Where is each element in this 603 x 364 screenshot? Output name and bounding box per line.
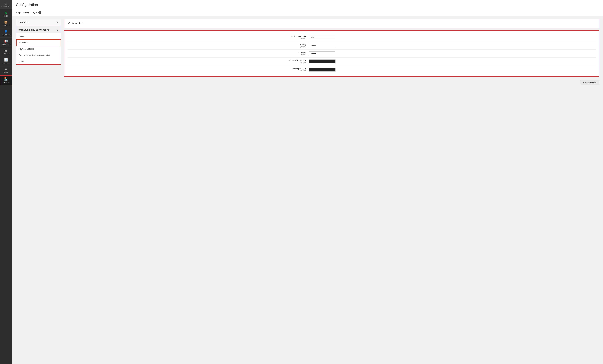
config-label-testing-api-url: Testing API URL [website] — [68, 68, 309, 72]
nav-item-debug[interactable]: Debug — [16, 58, 61, 64]
worldline-section-header[interactable]: WORLDLINE ONLINE PAYMENTS ∧ — [16, 26, 61, 33]
worldline-nav-items: General Connection Payment Methods Dynam… — [16, 33, 61, 64]
page-header: Configuration — [12, 0, 603, 9]
merchant-id-input[interactable] — [309, 59, 336, 63]
sidebar-item-sales[interactable]: 💲 SALES — [0, 9, 12, 19]
sidebar-item-label: CUSTOMERS — [1, 34, 11, 36]
config-value-api-secret — [309, 51, 596, 55]
dashboard-icon: ⊙ — [5, 2, 7, 5]
config-value-api-key — [309, 43, 596, 47]
config-value-environment-mode — [309, 35, 596, 39]
config-label-api-secret: API Secret [website] — [68, 51, 309, 56]
scope-value: Default Config — [23, 12, 35, 13]
main-content: Configuration Scope: Default Config ▼ ? … — [12, 0, 603, 364]
sidebar-item-label: REPORTS — [2, 62, 9, 64]
sidebar-item-marketing[interactable]: 📢 MARKETING — [0, 38, 12, 47]
scope-help-icon[interactable]: ? — [38, 11, 41, 14]
connection-title-box: Connection — [64, 19, 599, 28]
right-column: Connection Environment Mode [website] — [64, 19, 599, 85]
nav-item-payment-methods[interactable]: Payment Methods — [16, 46, 61, 52]
sidebar-item-stores[interactable]: 🏪 STORES — [0, 75, 12, 85]
nav-item-general[interactable]: General — [16, 33, 61, 39]
right-panel: Connection Environment Mode [website] — [64, 19, 599, 85]
config-row-merchant-id: Merchant ID (PSPID) [website] — [68, 58, 596, 66]
left-panel: GENERAL ∨ WORLDLINE ONLINE PAYMENTS ∧ Ge… — [16, 19, 61, 85]
config-row-environment-mode: Environment Mode [website] — [68, 33, 596, 41]
config-label-api-key: API Key [website] — [68, 43, 309, 47]
sidebar-item-catalog[interactable]: 📦 CATALOG — [0, 19, 12, 28]
nav-item-connection[interactable]: Connection — [16, 39, 61, 46]
general-section: GENERAL ∨ — [16, 19, 61, 26]
test-connection-button[interactable]: Test Connection — [580, 80, 599, 85]
sidebar-item-dashboard[interactable]: ⊙ DASHBOARD — [0, 0, 12, 9]
sidebar-item-customers[interactable]: 👤 CUSTOMERS — [0, 28, 12, 38]
sidebar: ⊙ DASHBOARD 💲 SALES 📦 CATALOG 👤 CUSTOMER… — [0, 0, 12, 364]
general-section-header[interactable]: GENERAL ∨ — [16, 19, 61, 26]
scope-bar: Scope: Default Config ▼ ? — [12, 9, 603, 16]
config-panel: Environment Mode [website] API Key [webs… — [64, 30, 599, 77]
test-connection-container: Test Connection — [64, 78, 599, 85]
scope-select[interactable]: Default Config ▼ — [23, 12, 37, 13]
sidebar-item-label: AMASTY — [3, 72, 9, 73]
sidebar-item-label: CATALOG — [3, 25, 9, 26]
marketing-icon: 📢 — [4, 39, 8, 43]
sidebar-item-label: STORES — [3, 82, 9, 83]
api-key-input[interactable] — [309, 43, 335, 47]
testing-api-url-input[interactable] — [309, 68, 336, 71]
catalog-icon: 📦 — [4, 21, 8, 24]
sidebar-item-label: MARKETING — [2, 44, 10, 45]
content-icon: ▦ — [4, 49, 7, 52]
chevron-up-icon: ∧ — [57, 29, 58, 31]
nav-item-dynamic-order[interactable]: Dynamic order status synchronization — [16, 52, 61, 58]
sidebar-item-label: CONTENT — [2, 53, 9, 54]
sidebar-item-content[interactable]: ▦ CONTENT — [0, 47, 12, 57]
customers-icon: 👤 — [4, 30, 8, 34]
config-row-api-key: API Key [website] — [68, 41, 596, 49]
sidebar-item-reports[interactable]: 📊 REPORTS — [0, 57, 12, 66]
chevron-down-icon: ∨ — [57, 21, 58, 24]
sales-icon: 💲 — [4, 11, 8, 15]
worldline-section: WORLDLINE ONLINE PAYMENTS ∧ General Conn… — [16, 26, 61, 65]
chevron-down-icon: ▼ — [36, 12, 37, 13]
worldline-section-label: WORLDLINE ONLINE PAYMENTS — [19, 29, 49, 31]
config-label-merchant-id: Merchant ID (PSPID) [website] — [68, 59, 309, 64]
content-area: GENERAL ∨ WORLDLINE ONLINE PAYMENTS ∧ Ge… — [12, 16, 603, 88]
config-row-api-secret: API Secret [website] — [68, 49, 596, 58]
page-title: Configuration — [16, 3, 599, 9]
general-section-label: GENERAL — [19, 22, 28, 24]
amasty-icon: ⊕ — [5, 68, 7, 71]
stores-icon: 🏪 — [4, 77, 8, 81]
config-label-environment-mode: Environment Mode [website] — [68, 35, 309, 39]
sidebar-item-label: SALES — [4, 15, 8, 17]
scope-label: Scope: — [16, 12, 22, 13]
connection-title: Connection — [68, 22, 83, 25]
config-value-merchant-id — [309, 59, 596, 63]
environment-mode-input[interactable] — [309, 35, 335, 39]
reports-icon: 📊 — [4, 58, 8, 62]
sidebar-item-label: DASHBOARD — [1, 6, 11, 7]
config-row-testing-api-url: Testing API URL [website] — [68, 66, 596, 74]
api-secret-input[interactable] — [309, 51, 335, 55]
sidebar-item-amasty[interactable]: ⊕ AMASTY — [0, 66, 12, 75]
config-value-testing-api-url — [309, 68, 596, 71]
